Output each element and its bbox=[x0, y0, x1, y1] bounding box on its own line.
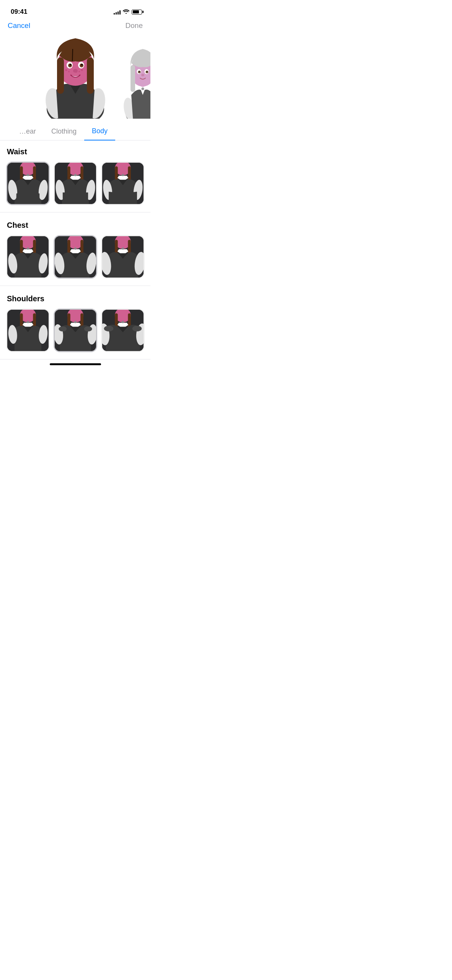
home-indicator bbox=[50, 363, 101, 365]
svg-point-97 bbox=[59, 327, 67, 332]
shoulders-options bbox=[0, 309, 150, 359]
chest-option-1[interactable] bbox=[6, 235, 50, 279]
waist-title: Waist bbox=[0, 147, 150, 162]
svg-point-73 bbox=[77, 256, 85, 263]
svg-point-12 bbox=[70, 64, 71, 65]
svg-point-17 bbox=[78, 71, 80, 72]
svg-point-41 bbox=[27, 174, 29, 176]
svg-line-21 bbox=[72, 49, 73, 61]
svg-point-15 bbox=[68, 71, 70, 72]
status-icons bbox=[114, 9, 142, 15]
svg-point-48 bbox=[74, 174, 77, 176]
svg-point-55 bbox=[122, 174, 124, 176]
chest-options bbox=[0, 235, 150, 286]
chest-option-3[interactable] bbox=[101, 235, 145, 279]
svg-rect-60 bbox=[20, 240, 23, 254]
main-avatar bbox=[33, 34, 117, 119]
tab-bar: …ear Clothing Body bbox=[0, 122, 150, 140]
waist-options bbox=[0, 162, 150, 212]
tab-body[interactable]: Body bbox=[84, 122, 115, 140]
tab-clothing[interactable]: Clothing bbox=[44, 123, 84, 140]
svg-rect-86 bbox=[33, 313, 36, 328]
svg-point-82 bbox=[124, 255, 134, 263]
svg-rect-61 bbox=[33, 240, 36, 254]
svg-point-98 bbox=[84, 327, 92, 332]
shoulders-section: Shoulders bbox=[0, 287, 150, 359]
shoulders-option-2[interactable] bbox=[54, 309, 97, 352]
svg-point-81 bbox=[111, 255, 122, 263]
svg-point-69 bbox=[74, 247, 77, 250]
svg-point-13 bbox=[81, 64, 83, 65]
status-bar: 09:41 bbox=[0, 0, 150, 18]
svg-rect-28 bbox=[131, 65, 135, 92]
svg-rect-40 bbox=[33, 166, 36, 181]
svg-point-87 bbox=[27, 321, 29, 323]
svg-point-16 bbox=[81, 69, 83, 71]
svg-point-107 bbox=[132, 326, 142, 332]
svg-rect-47 bbox=[80, 166, 83, 181]
svg-rect-6 bbox=[57, 57, 64, 94]
svg-point-78 bbox=[122, 247, 124, 250]
wifi-icon bbox=[123, 9, 129, 15]
svg-rect-7 bbox=[87, 57, 94, 94]
done-button[interactable]: Done bbox=[126, 21, 143, 30]
nav-bar: Cancel Done bbox=[0, 18, 150, 34]
shoulders-title: Shoulders bbox=[0, 294, 150, 309]
svg-point-20 bbox=[73, 69, 78, 73]
svg-point-106 bbox=[104, 326, 114, 332]
svg-point-36 bbox=[141, 74, 144, 77]
svg-point-14 bbox=[65, 69, 67, 71]
tab-headwear[interactable]: …ear bbox=[11, 123, 44, 140]
chest-option-2[interactable] bbox=[54, 235, 97, 279]
waist-section: Waist bbox=[0, 140, 150, 212]
svg-point-25 bbox=[142, 88, 144, 90]
chest-section: Chest bbox=[0, 214, 150, 286]
waist-option-3[interactable] bbox=[101, 162, 145, 205]
svg-point-34 bbox=[139, 71, 140, 72]
avatar-preview bbox=[0, 34, 150, 119]
svg-rect-46 bbox=[67, 166, 70, 181]
svg-rect-68 bbox=[80, 240, 83, 254]
svg-rect-39 bbox=[20, 166, 23, 181]
svg-rect-85 bbox=[20, 313, 23, 328]
chest-title: Chest bbox=[0, 221, 150, 235]
svg-rect-54 bbox=[128, 166, 131, 181]
battery-icon bbox=[132, 10, 142, 15]
shoulders-option-1[interactable] bbox=[6, 309, 50, 352]
svg-rect-67 bbox=[67, 240, 70, 254]
svg-rect-77 bbox=[128, 240, 131, 254]
svg-rect-53 bbox=[115, 166, 118, 181]
secondary-avatar bbox=[124, 46, 150, 107]
shoulders-option-3[interactable] bbox=[101, 309, 145, 352]
svg-rect-76 bbox=[115, 240, 118, 254]
svg-point-72 bbox=[65, 256, 74, 263]
svg-point-103 bbox=[122, 321, 124, 323]
waist-option-1[interactable] bbox=[6, 162, 50, 205]
status-time: 09:41 bbox=[11, 8, 27, 16]
svg-point-94 bbox=[74, 321, 77, 323]
svg-point-35 bbox=[147, 71, 148, 72]
svg-point-62 bbox=[27, 247, 29, 250]
waist-option-2[interactable] bbox=[54, 162, 97, 205]
signal-icon bbox=[114, 10, 121, 15]
cancel-button[interactable]: Cancel bbox=[8, 21, 30, 30]
